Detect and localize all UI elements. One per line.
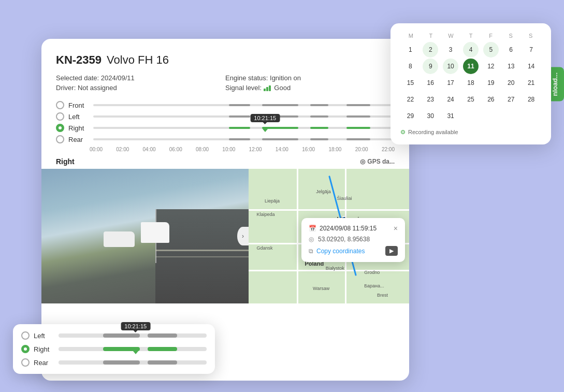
cal-day-header-cell: F: [481, 33, 501, 39]
scroll-right-arrow[interactable]: ›: [237, 227, 249, 245]
mini-radio-left[interactable]: [21, 331, 30, 340]
cal-day-cell[interactable]: 5: [483, 42, 499, 57]
copy-coords-button[interactable]: Copy coordinates: [316, 248, 365, 255]
mini-cam-label-left: Left: [34, 332, 54, 340]
mini-cam-row-right[interactable]: Right: [21, 345, 207, 353]
time-tooltip: 10:21:15: [250, 114, 280, 122]
close-button[interactable]: ×: [394, 224, 398, 233]
time-axis: 00:0002:0004:0006:0008:0010:0012:0014:00…: [56, 147, 395, 152]
timeline-section: Front Left Right: [56, 101, 395, 152]
vehicle-id: KN-2359: [56, 53, 102, 67]
camera-row-rear[interactable]: Rear: [56, 135, 395, 143]
vehicle-model: Volvo FH 16: [107, 53, 169, 67]
map-city-gdansk: Gdansk: [257, 245, 273, 251]
cal-day-cell[interactable]: 25: [463, 92, 479, 107]
selected-date-row: Selected date: 2024/09/11: [56, 74, 225, 82]
mini-bar-rear: [59, 360, 207, 365]
map-city-warsaw: Warsaw: [313, 286, 329, 291]
mini-cam-row-left[interactable]: Left 10:21:15: [21, 331, 207, 340]
cal-day-cell[interactable]: 16: [423, 75, 438, 91]
radio-rear[interactable]: [56, 135, 64, 143]
driver-label: Driver:: [56, 84, 76, 92]
mini-radio-rear[interactable]: [21, 358, 30, 367]
signal-bars-icon: [264, 85, 271, 91]
cal-day-cell[interactable]: 23: [423, 92, 438, 107]
cal-day-cell[interactable]: 7: [524, 42, 539, 57]
cal-day-cell[interactable]: 9: [423, 59, 438, 74]
map-city-liepaja: Liepāja: [265, 198, 280, 204]
time-mark: 10:00: [222, 147, 235, 152]
cal-day-cell[interactable]: 20: [503, 75, 519, 91]
mini-cam-row-rear[interactable]: Rear: [21, 358, 207, 367]
map-city-klaipeda: Klaipeda: [257, 212, 275, 217]
cam-label-rear: Rear: [68, 136, 89, 143]
cal-day-cell[interactable]: 8: [402, 59, 418, 74]
radio-left[interactable]: [56, 112, 64, 121]
cal-day-cell[interactable]: 24: [443, 92, 458, 107]
legend-dot: [401, 130, 405, 134]
camera-section-label: Right: [56, 157, 75, 166]
map-area: Lithuania Poland Jelgāja Liepāja Klaiped…: [249, 169, 409, 303]
cal-day-header-cell: M: [401, 33, 421, 39]
radio-right[interactable]: [56, 124, 64, 132]
copy-icon: ⧉: [309, 248, 313, 255]
cal-day-cell[interactable]: 3: [443, 42, 458, 57]
cam-label-left: Left: [68, 113, 89, 121]
cal-day-cell[interactable]: 1: [402, 42, 418, 57]
mini-cam-label-right: Right: [34, 345, 54, 353]
engine-status-label: Engine status:: [225, 74, 268, 82]
time-mark: 16:00: [302, 147, 315, 152]
legend-label: Recording available: [408, 129, 458, 135]
calendar-legend: Recording available: [401, 129, 541, 135]
cal-day-cell[interactable]: 18: [463, 75, 479, 91]
time-mark: 20:00: [355, 147, 368, 152]
map-city-bialystok: Białystok: [326, 266, 344, 271]
cal-day-cell[interactable]: 30: [423, 108, 438, 124]
download-label: nload...: [551, 72, 559, 96]
video-area: ›: [41, 169, 249, 303]
cal-day-cell[interactable]: 14: [524, 59, 539, 74]
cal-day-cell[interactable]: 13: [503, 59, 519, 74]
cal-day-cell[interactable]: 21: [524, 75, 539, 91]
cal-day-cell[interactable]: 28: [524, 92, 539, 107]
cal-day-cell[interactable]: 6: [503, 42, 519, 57]
camera-row-right[interactable]: Right 10:21:15: [56, 124, 395, 132]
cal-day-cell[interactable]: 15: [402, 75, 418, 91]
signal-level-value: Good: [274, 84, 291, 92]
gps-coords-row: ◎ 53.02920, 8.95638: [309, 236, 398, 243]
cal-day-cell[interactable]: 12: [483, 59, 499, 74]
time-mark: 02:00: [116, 147, 129, 152]
cal-day-cell[interactable]: 27: [503, 92, 519, 107]
mini-cam-label-rear: Rear: [34, 359, 54, 367]
cal-day-header-cell: S: [520, 33, 541, 39]
engine-status-row: Engine status: Ignition on: [225, 74, 395, 82]
cal-day-cell[interactable]: 10: [443, 59, 458, 74]
cal-day-cell[interactable]: 29: [402, 108, 418, 124]
camera-row-front[interactable]: Front: [56, 101, 395, 109]
copy-coords-row[interactable]: ⧉ Copy coordinates ▶: [309, 246, 398, 256]
cal-day-cell[interactable]: 19: [483, 75, 499, 91]
cal-day-cell[interactable]: 4: [463, 42, 479, 57]
cal-day-cell[interactable]: 11: [463, 59, 479, 74]
cal-day-cell[interactable]: 31: [443, 108, 458, 124]
timeline-bar-left: [93, 114, 395, 119]
calendar-icon: 📅: [309, 225, 316, 232]
time-mark: 04:00: [143, 147, 156, 152]
selected-date-value: 2024/09/11: [101, 74, 135, 82]
calendar-grid[interactable]: 1234567891011121314151617181920212223242…: [401, 42, 541, 124]
gps-datetime: 2024/09/08 11:59:15: [320, 225, 377, 232]
play-button[interactable]: ▶: [385, 246, 398, 256]
mini-radio-right[interactable]: [21, 345, 30, 353]
gps-label-text: GPS da...: [367, 158, 395, 165]
mini-timeline-popup: Left 10:21:15 Right Rear: [13, 324, 215, 374]
cal-day-cell[interactable]: 26: [483, 92, 499, 107]
cal-day-header-cell: S: [501, 33, 521, 39]
camera-row-left[interactable]: Left: [56, 112, 395, 121]
timeline-bar-rear: [93, 137, 395, 142]
cal-day-cell[interactable]: 22: [402, 92, 418, 107]
map-city-jelgava: Jelgāja: [316, 189, 331, 194]
cal-day-cell[interactable]: 17: [443, 75, 458, 91]
cal-day-cell[interactable]: 2: [423, 42, 438, 57]
radio-front[interactable]: [56, 101, 64, 109]
cal-day-header-cell: T: [421, 33, 441, 39]
